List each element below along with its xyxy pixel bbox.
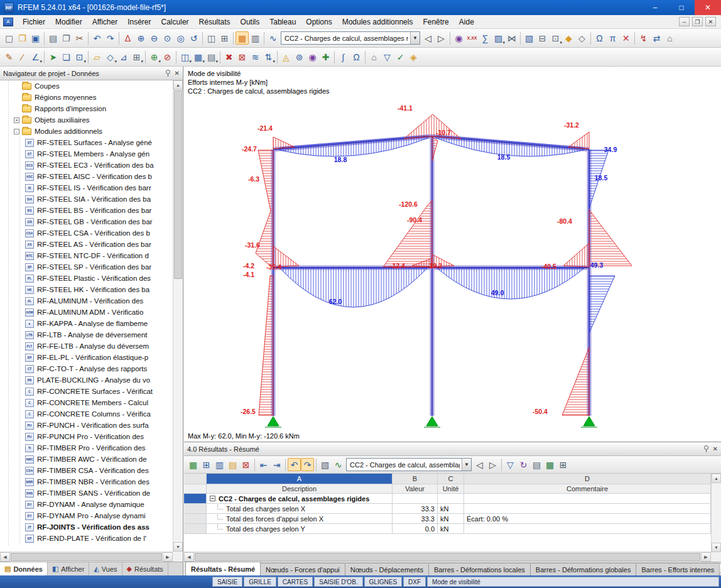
save-model-icon[interactable]: ▣ xyxy=(29,31,42,45)
select-special-icon[interactable]: ⊡▾ xyxy=(73,50,86,63)
navigator-vertical-scrollbar[interactable]: ▲ ▼ xyxy=(173,80,183,552)
tree-item[interactable]: ADMRF-ALUMINUM ADM - Vérificatio xyxy=(0,307,173,318)
description-cell[interactable]: Total des charges selon X xyxy=(207,504,393,514)
result-diagram-icon[interactable]: ∿ xyxy=(332,458,345,471)
cut-icon[interactable]: ✂ xyxy=(73,31,86,45)
render-mode-icon[interactable]: Δ xyxy=(121,31,134,45)
navigator-tab-données[interactable]: ▤Données xyxy=(0,562,48,575)
delete-table-icon[interactable]: ⊠ xyxy=(239,458,252,471)
table-row[interactable]: Total des charges selon Y0.0kN xyxy=(184,524,711,534)
status-segment[interactable]: GLIGNES xyxy=(364,577,402,587)
next-load-case-icon[interactable]: ▷ xyxy=(435,31,448,45)
stop-icon[interactable]: ✕ xyxy=(619,31,632,45)
delete-result-icon[interactable]: ✖ xyxy=(222,50,236,63)
row-header-cell[interactable] xyxy=(184,504,207,514)
tree-item[interactable]: CTRF-C-TO-T - Analyse des rapports xyxy=(0,363,173,374)
tree-item[interactable]: +Objets auxiliaires xyxy=(0,114,173,126)
check-ok-icon[interactable]: ✓ xyxy=(394,50,407,63)
insert-row-icon[interactable]: ⊞ xyxy=(200,458,213,471)
tree-item[interactable]: ISRF-STEEL IS - Vérification des barr xyxy=(0,182,173,193)
snap-icon[interactable]: ⊕▾ xyxy=(148,50,161,63)
table-tab[interactable]: Nœuds - Déplacements xyxy=(345,563,429,575)
close-icon[interactable]: ✕ xyxy=(175,70,180,77)
zoom-all-icon[interactable]: ◎ xyxy=(174,31,187,45)
tree-item[interactable]: CSARF-TIMBER CSA - Vérification des xyxy=(0,465,173,476)
filter-results-icon[interactable]: ▽ xyxy=(504,458,517,471)
target-icon[interactable]: ◉ xyxy=(306,50,319,63)
scroll-up-icon[interactable]: ▲ xyxy=(173,80,183,90)
table-settings-icon[interactable]: ▦ xyxy=(187,458,200,471)
comment-cell[interactable] xyxy=(464,504,711,514)
scrollbar-thumb[interactable] xyxy=(195,553,700,561)
tree-item[interactable]: ASRF-STEEL AS - Vérification des bar xyxy=(0,239,173,250)
comment-cell[interactable] xyxy=(464,494,711,504)
excel-export-icon[interactable]: ▦ xyxy=(543,458,556,471)
tree-item[interactable]: NTCRF-STEEL NTC-DF - Vérification d xyxy=(0,250,173,261)
tree-item[interactable]: Régions moyennes xyxy=(0,92,173,103)
tree-item[interactable]: EPRF-END-PLATE - Vérification de l' xyxy=(0,533,173,544)
menu-item[interactable]: Options xyxy=(301,15,337,28)
scrollbar-thumb[interactable] xyxy=(174,90,182,279)
scrollbar-thumb[interactable] xyxy=(11,553,162,561)
copy-icon[interactable]: ❐ xyxy=(60,31,73,45)
print-table-icon[interactable]: ▤ xyxy=(530,458,543,471)
print-icon[interactable]: ▤ xyxy=(46,31,60,45)
home-view-icon[interactable]: ⌂ xyxy=(663,31,676,45)
surface-tool-icon[interactable]: ▱ xyxy=(90,50,104,63)
menu-item[interactable]: Résultats xyxy=(194,15,236,28)
delete-all-icon[interactable]: ⊠ xyxy=(236,50,249,63)
table-tab[interactable]: Résultats - Résumé xyxy=(185,562,261,575)
open-model-icon[interactable]: ❒ xyxy=(16,31,29,45)
filter-icon[interactable]: ▽ xyxy=(381,50,394,63)
navigator-horizontal-scrollbar[interactable]: ◀ ▶ xyxy=(0,552,173,562)
unit-cell[interactable]: kN xyxy=(438,504,464,514)
calculator-icon[interactable]: ⊞ xyxy=(556,458,570,471)
tree-item[interactable]: PBPLATE-BUCKLING - Analyse du vo xyxy=(0,374,173,386)
result-diagrams-icon[interactable]: ▨▾ xyxy=(492,31,505,45)
section-icon[interactable]: ▧ xyxy=(523,31,536,45)
new-model-icon[interactable]: ▢ xyxy=(3,31,16,45)
show-tables-icon[interactable]: ▦ xyxy=(236,31,249,45)
tree-item[interactable]: -Modules additionnels xyxy=(0,126,173,137)
close-icon[interactable]: ✕ xyxy=(713,445,718,452)
menu-item[interactable]: Insérer xyxy=(122,15,156,28)
table-filter-icon[interactable]: ▧ xyxy=(318,458,332,471)
tree-item[interactable]: CRF-CONCRETE Columns - Vérifica xyxy=(0,408,173,420)
scroll-down-icon[interactable]: ▼ xyxy=(173,542,183,552)
work-plane-icon[interactable]: ◫▾ xyxy=(178,50,192,63)
table-layout-icon[interactable]: ▥ xyxy=(249,31,262,45)
plane-xy-icon[interactable]: ▦▾ xyxy=(192,50,205,63)
menu-item[interactable]: Calculer xyxy=(156,15,194,28)
scroll-down-icon[interactable]: ▼ xyxy=(712,543,721,552)
grid-icon[interactable]: ⊞▾ xyxy=(130,50,143,63)
diamond-icon[interactable]: ◈ xyxy=(407,50,420,63)
tree-item[interactable]: CRF-CONCRETE Members - Calcul xyxy=(0,397,173,408)
table-row[interactable]: −CC2 - Charges de calcul, assemblages ri… xyxy=(184,494,711,504)
column-letter[interactable]: D xyxy=(464,474,711,484)
tree-item[interactable]: BSRF-STEEL BS - Vérification des bar xyxy=(0,205,173,216)
unit-cell[interactable]: kN xyxy=(438,514,464,524)
tree-item[interactable]: Coupes xyxy=(0,80,173,92)
tree-item[interactable]: LTBRF-LTB - Analyse de déversement xyxy=(0,329,173,340)
table-row[interactable]: Total des charges selon X33.3kN xyxy=(184,504,711,514)
table-tab[interactable]: Barres - Déformations locales xyxy=(428,563,531,575)
tree-item[interactable]: Rapports d'impression xyxy=(0,103,173,114)
edit-icon[interactable]: ✎ xyxy=(3,50,16,63)
check-icon[interactable]: ◇ xyxy=(575,31,588,45)
tree-item[interactable]: FLTRF-FE-LTB - Analyse du déversem xyxy=(0,340,173,352)
formula-icon[interactable]: π xyxy=(606,31,619,45)
table-rows-icon[interactable]: ▤ xyxy=(226,458,239,471)
description-cell[interactable]: Total des forces d'appui selon X xyxy=(207,514,393,524)
tree-item[interactable]: SIARF-STEEL SIA - Vérification des ba xyxy=(0,193,173,205)
scroll-up-icon[interactable]: ▲ xyxy=(712,474,721,483)
pin-icon[interactable] xyxy=(165,70,171,77)
pin-icon[interactable] xyxy=(703,445,709,452)
home-icon[interactable]: ⌂ xyxy=(367,50,381,63)
navigator-tab-résultats[interactable]: ◆Résultats xyxy=(122,562,168,575)
zoom-in-icon[interactable]: ⊕ xyxy=(134,31,148,45)
tree-item[interactable]: TIRF-TIMBER Pro - Vérification des xyxy=(0,442,173,454)
minimize-button[interactable]: – xyxy=(642,0,668,15)
wave-icon[interactable]: ≋ xyxy=(249,50,262,63)
select-box-icon[interactable]: ❏ xyxy=(60,50,73,63)
tree-item[interactable]: PLRF-STEEL Plastic - Vérification des xyxy=(0,273,173,284)
